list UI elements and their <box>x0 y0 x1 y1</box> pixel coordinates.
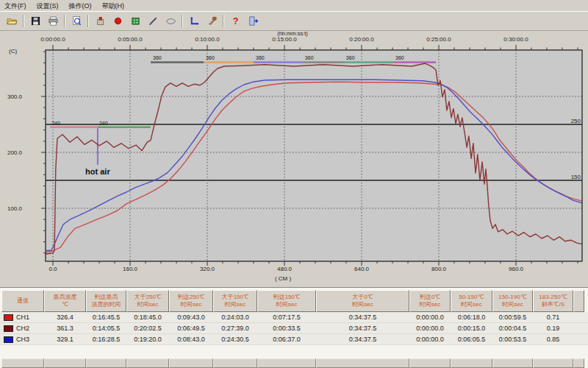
tools-button[interactable] <box>203 13 220 29</box>
column-header-8[interactable]: 到达0℃时间sec <box>409 290 451 312</box>
column-header-text: 时间sec <box>258 301 315 308</box>
reference-line-label: 250 <box>571 118 581 124</box>
pen-button[interactable] <box>144 13 162 29</box>
value-cell: 0.71 <box>533 314 573 321</box>
column-header-6[interactable]: 到达150℃时间sec <box>257 290 316 312</box>
time-axis-unit: (hh:mm:ss:t) <box>277 30 308 37</box>
exit-button[interactable] <box>244 13 262 29</box>
temp-tick-label: 300.0 <box>7 93 23 100</box>
toolbar-separator <box>182 15 183 27</box>
value-cell: 0:00:00.0 <box>409 314 451 321</box>
column-header-text: 时间sec <box>214 301 257 308</box>
board-icon <box>130 15 141 26</box>
value-cell: 0:00:00.0 <box>409 325 451 332</box>
value-cell: 0:00:04.5 <box>492 325 533 332</box>
channel-name: CH1 <box>16 314 29 321</box>
zone-setpoint-label: 360 <box>153 55 162 60</box>
board-button[interactable] <box>126 13 144 29</box>
column-header-5[interactable]: 大于150℃时间sec <box>213 290 257 312</box>
column-header-7[interactable]: 大于0℃时间sec <box>316 290 409 312</box>
column-header-text: 到达最高 <box>87 294 126 301</box>
value-cell: 361.3 <box>44 325 86 332</box>
column-header-text: 时间sec <box>127 301 168 308</box>
column-header-text: 150-190℃ <box>493 294 532 301</box>
column-header-text: ℃ <box>45 301 85 308</box>
column-header-3[interactable]: 大于250℃时间sec <box>126 290 169 312</box>
data-logger-button[interactable] <box>91 13 109 29</box>
value-cell: 0:24:03.0 <box>213 314 257 321</box>
value-cell: 329.1 <box>44 336 86 343</box>
column-header-text: 到达150℃ <box>258 294 315 301</box>
temperature-profile-chart: 2501500:00:00.00:05:00.00:10:00.00:15:00… <box>0 29 588 286</box>
footer-empty-cell <box>533 358 573 368</box>
table-row-ch3[interactable]: CH3329.10:16:28.50:19:20.00:08:43.00:24:… <box>0 334 588 345</box>
footer-empty-cell <box>451 358 492 368</box>
menu-settings[interactable]: 设置(S) <box>37 1 59 11</box>
value-cell: 0:08:43.0 <box>169 336 213 343</box>
toolbar-separator <box>223 15 224 27</box>
column-header-12[interactable] <box>573 290 584 312</box>
column-header-text: 时间sec <box>493 301 532 308</box>
time-tick-label: 0:10:00.0 <box>195 36 220 43</box>
column-header-text: 50-150℃ <box>451 294 492 301</box>
footer-empty-cell <box>492 358 533 368</box>
cm-tick-label: 960.0 <box>509 266 524 272</box>
data-logger-icon <box>95 15 106 26</box>
axes-button[interactable] <box>185 13 203 29</box>
value-cell: 0:34:37.5 <box>316 325 409 332</box>
value-cell: 0:00:59.5 <box>492 314 533 321</box>
footer-empty-cell <box>1 358 44 368</box>
channel-name: CH2 <box>16 325 29 332</box>
time-tick-label: 0:15:00.0 <box>272 36 297 43</box>
cm-tick-label: 480.0 <box>277 266 293 272</box>
column-header-9[interactable]: 50-150℃时间sec <box>451 290 492 312</box>
cm-tick-label: 160.0 <box>123 266 138 272</box>
toolbar: ? <box>0 11 588 31</box>
table-header: 通道最高温度℃到达最高温度的时间大于250℃时间sec到达250℃时间sec大于… <box>0 290 588 312</box>
column-header-text: 大于150℃ <box>214 294 257 301</box>
zone-setpoint-label: 360 <box>346 55 355 60</box>
value-cell: 0:16:45.5 <box>86 314 126 321</box>
menu-operation[interactable]: 操作(O) <box>69 1 92 11</box>
help-button[interactable]: ? <box>226 13 244 29</box>
open-button[interactable] <box>3 13 21 29</box>
save-icon <box>30 15 41 26</box>
value-cell: 0:34:37.5 <box>316 314 409 321</box>
print-button[interactable] <box>44 13 62 29</box>
temp-axis-unit: (C) <box>9 48 17 54</box>
print-preview-button[interactable] <box>68 13 85 29</box>
cm-tick-label: 800.0 <box>431 266 447 272</box>
value-cell: 0.19 <box>533 325 573 332</box>
zone-setpoint-label: 360 <box>206 55 215 60</box>
table-body: CH1326.40:16:45.50:18:45.00:09:43.00:24:… <box>0 312 588 345</box>
cm-tick-label: 0.0 <box>49 266 57 272</box>
column-header-text: 斜率℃/S <box>534 301 573 308</box>
value-cell: 0:00:00.0 <box>409 336 451 343</box>
column-header-text: 大于250℃ <box>127 294 168 301</box>
value-cell: 0:18:45.0 <box>126 314 169 321</box>
toolbar-separator <box>64 15 65 27</box>
time-tick-label: 0:00:00.0 <box>40 36 65 43</box>
menu-file[interactable]: 文件(F) <box>4 1 26 11</box>
column-header-4[interactable]: 到达250℃时间sec <box>169 290 213 312</box>
zone-setpoint-label: 360 <box>305 55 314 60</box>
value-cell: 0:34:37.5 <box>316 336 409 343</box>
table-row-ch1[interactable]: CH1326.40:16:45.50:18:45.00:09:43.00:24:… <box>0 312 588 323</box>
cm-tick-label: 640.0 <box>354 266 370 272</box>
temp-tick-label: 100.0 <box>7 205 23 212</box>
zone-setpoint-label: 240 <box>99 121 108 126</box>
channel-cell: CH3 <box>1 336 44 343</box>
column-header-1[interactable]: 最高温度℃ <box>44 290 86 312</box>
column-header-10[interactable]: 150-190℃时间sec <box>492 290 533 312</box>
menu-help[interactable]: 帮助(H) <box>102 1 125 11</box>
svg-text:?: ? <box>232 16 238 26</box>
time-tick-label: 0:05:00.0 <box>118 36 143 43</box>
column-header-11[interactable]: 183-250℃斜率℃/S <box>533 290 573 312</box>
hot-air-label: hot air <box>85 167 110 176</box>
eraser-button[interactable] <box>162 13 179 29</box>
table-row-ch2[interactable]: CH2361.30:14:05.50:20:02.50:06:49.50:27:… <box>0 323 588 334</box>
record-button[interactable] <box>109 13 126 29</box>
column-header-2[interactable]: 到达最高温度的时间 <box>86 290 126 312</box>
column-header-0[interactable]: 通道 <box>1 290 44 312</box>
save-button[interactable] <box>26 13 44 29</box>
